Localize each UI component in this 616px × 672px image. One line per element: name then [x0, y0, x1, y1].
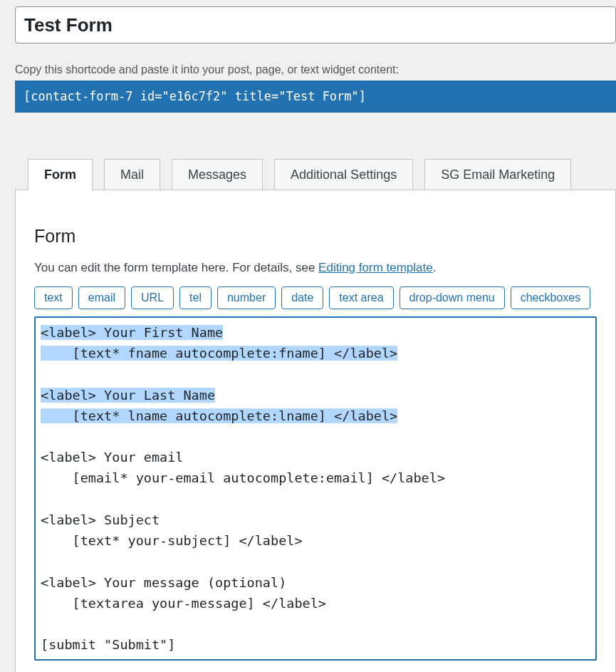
panel-title: Form: [34, 226, 597, 247]
tag-button-tel[interactable]: tel: [179, 286, 212, 309]
tag-button-date[interactable]: date: [281, 286, 323, 309]
tabs-bar: Form Mail Messages Additional Settings S…: [15, 159, 616, 190]
editing-form-template-link[interactable]: Editing form template: [318, 261, 433, 274]
panel-description: You can edit the form template here. For…: [34, 261, 597, 275]
tag-button-dropdown[interactable]: drop-down menu: [400, 286, 505, 309]
form-title-input[interactable]: [15, 6, 616, 43]
panel-desc-suffix: .: [433, 261, 437, 274]
shortcode-display[interactable]: [contact-form-7 id="e16c7f2" title="Test…: [15, 81, 616, 113]
tab-form[interactable]: Form: [28, 159, 93, 190]
form-panel: Form You can edit the form template here…: [15, 190, 616, 672]
tab-messages[interactable]: Messages: [172, 159, 263, 190]
tag-button-text[interactable]: text: [34, 286, 73, 309]
tag-button-number[interactable]: number: [217, 286, 276, 309]
form-template-editor[interactable]: <label> Your First Name [text* fname aut…: [34, 316, 597, 661]
panel-desc-prefix: You can edit the form template here. For…: [34, 261, 318, 274]
tab-additional-settings[interactable]: Additional Settings: [274, 159, 413, 190]
tag-button-url[interactable]: URL: [131, 286, 174, 309]
tab-mail[interactable]: Mail: [104, 159, 160, 190]
editor-content[interactable]: <label> Your First Name [text* fname aut…: [41, 322, 590, 656]
tag-generator-toolbar: text email URL tel number date text area…: [34, 286, 590, 309]
tag-button-checkboxes[interactable]: checkboxes: [511, 286, 591, 309]
tag-button-email[interactable]: email: [78, 286, 125, 309]
shortcode-helper-text: Copy this shortcode and paste it into yo…: [15, 63, 616, 76]
tag-button-textarea[interactable]: text area: [329, 286, 393, 309]
tab-sg-email-marketing[interactable]: SG Email Marketing: [424, 159, 571, 190]
